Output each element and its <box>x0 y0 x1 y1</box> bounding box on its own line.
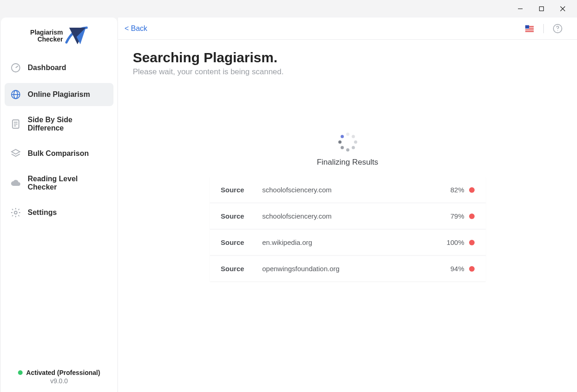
sidebar-nav: Dashboard Online Plagiarism Side By Side… <box>5 56 113 224</box>
gauge-icon <box>10 62 21 73</box>
source-row[interactable]: Sourceopenwingsfoundation.org94% <box>210 256 486 281</box>
source-url: en.wikipedia.org <box>262 238 447 246</box>
svg-point-13 <box>14 211 17 214</box>
status-label: Activated (Professional) <box>26 369 100 376</box>
svg-point-23 <box>557 30 558 30</box>
sidebar-item-label: Bulk Comparison <box>28 149 89 158</box>
back-link[interactable]: < Back <box>125 24 147 33</box>
page-subtitle: Please wait, your content is being scann… <box>133 67 562 77</box>
svg-rect-18 <box>525 31 534 32</box>
logo-text: Plagiarism Checker <box>30 29 63 42</box>
sidebar-item-reading-level[interactable]: Reading Level Checker <box>5 169 113 197</box>
source-label: Source <box>221 186 262 194</box>
severity-dot-icon <box>469 187 475 193</box>
separator <box>543 24 544 33</box>
sidebar-item-dashboard[interactable]: Dashboard <box>5 56 113 79</box>
svg-marker-12 <box>12 149 20 154</box>
app-logo: Plagiarism Checker <box>5 26 113 46</box>
severity-dot-icon <box>469 266 475 272</box>
severity-dot-icon <box>469 214 475 219</box>
cloud-icon <box>10 178 21 189</box>
layers-icon <box>10 148 21 159</box>
page-title: Searching Plagiarism. <box>133 50 562 65</box>
sidebar-item-label: Side By Side Difference <box>28 116 108 132</box>
sidebar-item-settings[interactable]: Settings <box>5 201 113 224</box>
source-label: Source <box>221 238 262 246</box>
source-label: Source <box>221 265 262 273</box>
topbar: < Back <box>118 18 577 40</box>
source-url: openwingsfoundation.org <box>262 265 451 273</box>
source-percentage: 79% <box>450 212 464 220</box>
source-percentage: 82% <box>450 186 464 194</box>
globe-icon <box>10 89 21 100</box>
document-icon <box>10 119 21 130</box>
help-icon[interactable] <box>552 23 563 34</box>
license-status: Activated (Professional) v9.0.0 <box>5 369 113 386</box>
source-url: schoolofsciencery.com <box>262 186 451 194</box>
sidebar-item-online-plagiarism[interactable]: Online Plagiarism <box>5 83 113 106</box>
source-url: schoolofsciencery.com <box>262 212 451 220</box>
minimize-button[interactable] <box>510 0 531 18</box>
source-row[interactable]: Sourceschoolofsciencery.com79% <box>210 203 486 230</box>
gear-icon <box>10 207 21 218</box>
source-percentage: 94% <box>450 265 464 273</box>
svg-rect-1 <box>540 7 544 11</box>
close-button[interactable] <box>552 0 573 18</box>
language-flag-icon[interactable] <box>524 23 535 34</box>
version-label: v9.0.0 <box>5 377 113 385</box>
logo-mark-icon <box>64 26 88 46</box>
loading-text: Finalizing Results <box>317 158 378 167</box>
source-percentage: 100% <box>446 238 464 246</box>
maximize-button[interactable] <box>531 0 552 18</box>
sidebar-item-label: Reading Level Checker <box>28 175 108 191</box>
sidebar: Plagiarism Checker Dashboard Online P <box>1 18 117 392</box>
source-row[interactable]: Sourceen.wikipedia.org100% <box>210 230 486 256</box>
svg-rect-19 <box>525 25 529 28</box>
main-panel: < Back Searching Plagiari <box>118 18 577 392</box>
source-list: Sourceschoolofsciencery.com82%Sourcescho… <box>210 177 486 281</box>
sidebar-item-label: Dashboard <box>28 64 66 72</box>
sidebar-item-label: Online Plagiarism <box>28 90 90 99</box>
sidebar-item-label: Settings <box>28 208 57 217</box>
window-titlebar <box>0 0 577 18</box>
sidebar-item-bulk[interactable]: Bulk Comparison <box>5 142 113 165</box>
source-label: Source <box>221 212 262 220</box>
source-row[interactable]: Sourceschoolofsciencery.com82% <box>210 177 486 203</box>
svg-rect-17 <box>525 29 534 30</box>
loading-spinner-icon <box>338 132 358 152</box>
severity-dot-icon <box>469 240 475 245</box>
status-dot-icon <box>18 370 23 375</box>
sidebar-item-side-by-side[interactable]: Side By Side Difference <box>5 110 113 138</box>
